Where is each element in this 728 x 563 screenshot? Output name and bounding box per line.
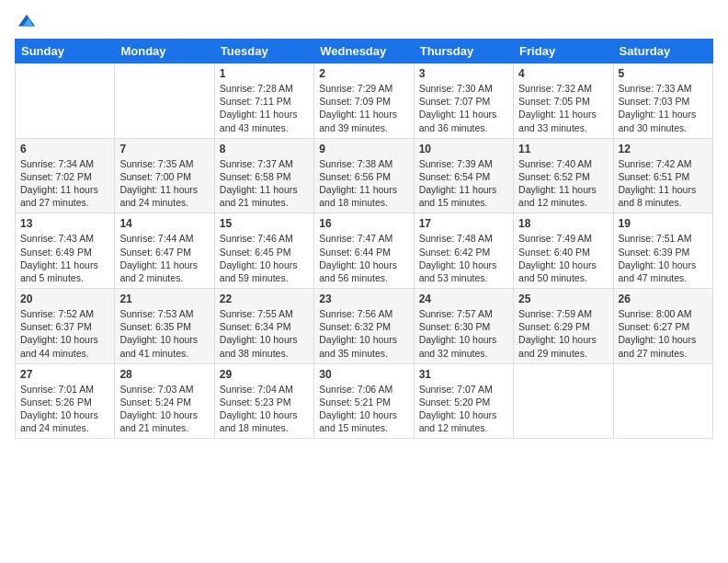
day-info: Sunrise: 7:46 AM Sunset: 6:45 PM Dayligh…	[220, 232, 309, 284]
calendar-cell	[613, 363, 712, 439]
calendar-cell: 4Sunrise: 7:32 AM Sunset: 7:05 PM Daylig…	[514, 63, 613, 139]
day-info: Sunrise: 7:32 AM Sunset: 7:05 PM Dayligh…	[518, 82, 608, 134]
day-info: Sunrise: 7:56 AM Sunset: 6:32 PM Dayligh…	[319, 307, 408, 360]
calendar-cell: 21Sunrise: 7:53 AM Sunset: 6:35 PM Dayli…	[115, 289, 214, 364]
calendar-cell: 26Sunrise: 8:00 AM Sunset: 6:27 PM Dayli…	[613, 289, 712, 364]
day-info: Sunrise: 7:01 AM Sunset: 5:26 PM Dayligh…	[20, 383, 109, 435]
calendar-week-row: 27Sunrise: 7:01 AM Sunset: 5:26 PM Dayli…	[16, 363, 713, 439]
day-number: 17	[419, 217, 508, 230]
day-info: Sunrise: 7:38 AM Sunset: 6:56 PM Dayligh…	[319, 157, 408, 210]
day-number: 23	[319, 293, 408, 305]
calendar-cell: 12Sunrise: 7:42 AM Sunset: 6:51 PM Dayli…	[613, 138, 712, 213]
logo	[15, 11, 37, 31]
day-info: Sunrise: 7:40 AM Sunset: 6:52 PM Dayligh…	[518, 157, 608, 210]
day-number: 14	[119, 217, 209, 230]
weekday-header: Sunday	[16, 40, 115, 63]
day-number: 27	[20, 368, 109, 381]
day-info: Sunrise: 7:35 AM Sunset: 7:00 PM Dayligh…	[119, 157, 209, 210]
day-info: Sunrise: 7:53 AM Sunset: 6:35 PM Dayligh…	[119, 307, 209, 360]
weekday-header: Tuesday	[214, 40, 313, 63]
calendar-cell: 24Sunrise: 7:57 AM Sunset: 6:30 PM Dayli…	[414, 289, 513, 364]
day-number: 2	[319, 67, 408, 80]
calendar-cell: 15Sunrise: 7:46 AM Sunset: 6:45 PM Dayli…	[214, 213, 313, 289]
calendar-header-row: SundayMondayTuesdayWednesdayThursdayFrid…	[16, 40, 713, 63]
day-info: Sunrise: 7:29 AM Sunset: 7:09 PM Dayligh…	[319, 82, 408, 134]
weekday-header: Thursday	[414, 40, 513, 63]
calendar-cell	[115, 63, 214, 139]
calendar-cell: 22Sunrise: 7:55 AM Sunset: 6:34 PM Dayli…	[214, 289, 313, 364]
day-number: 30	[319, 368, 408, 381]
day-number: 6	[20, 143, 109, 155]
calendar-week-row: 1Sunrise: 7:28 AM Sunset: 7:11 PM Daylig…	[16, 63, 713, 139]
day-info: Sunrise: 8:00 AM Sunset: 6:27 PM Dayligh…	[619, 307, 708, 360]
day-number: 11	[518, 143, 608, 155]
calendar-cell: 17Sunrise: 7:48 AM Sunset: 6:42 PM Dayli…	[414, 213, 513, 289]
day-info: Sunrise: 7:43 AM Sunset: 6:49 PM Dayligh…	[20, 232, 109, 284]
calendar-week-row: 13Sunrise: 7:43 AM Sunset: 6:49 PM Dayli…	[16, 213, 713, 289]
calendar-cell: 7Sunrise: 7:35 AM Sunset: 7:00 PM Daylig…	[115, 138, 214, 213]
calendar-cell: 29Sunrise: 7:04 AM Sunset: 5:23 PM Dayli…	[214, 363, 313, 439]
day-info: Sunrise: 7:30 AM Sunset: 7:07 PM Dayligh…	[419, 82, 508, 134]
day-info: Sunrise: 7:06 AM Sunset: 5:21 PM Dayligh…	[319, 383, 408, 435]
day-number: 16	[319, 217, 408, 230]
day-number: 19	[619, 217, 708, 230]
day-number: 21	[119, 293, 209, 305]
day-number: 3	[419, 67, 508, 80]
page: SundayMondayTuesdayWednesdayThursdayFrid…	[0, 0, 728, 446]
calendar-cell: 3Sunrise: 7:30 AM Sunset: 7:07 PM Daylig…	[414, 63, 513, 139]
day-info: Sunrise: 7:39 AM Sunset: 6:54 PM Dayligh…	[419, 157, 508, 210]
day-info: Sunrise: 7:03 AM Sunset: 5:24 PM Dayligh…	[119, 383, 209, 435]
day-number: 15	[220, 217, 309, 230]
day-info: Sunrise: 7:28 AM Sunset: 7:11 PM Dayligh…	[220, 82, 309, 134]
calendar-week-row: 20Sunrise: 7:52 AM Sunset: 6:37 PM Dayli…	[16, 289, 713, 364]
day-info: Sunrise: 7:57 AM Sunset: 6:30 PM Dayligh…	[419, 307, 508, 360]
calendar-cell: 10Sunrise: 7:39 AM Sunset: 6:54 PM Dayli…	[414, 138, 513, 213]
day-number: 20	[20, 293, 109, 305]
day-number: 10	[419, 143, 508, 155]
day-info: Sunrise: 7:48 AM Sunset: 6:42 PM Dayligh…	[419, 232, 508, 284]
calendar-cell	[16, 63, 115, 139]
calendar-cell: 8Sunrise: 7:37 AM Sunset: 6:58 PM Daylig…	[214, 138, 313, 213]
calendar-cell: 13Sunrise: 7:43 AM Sunset: 6:49 PM Dayli…	[16, 213, 115, 289]
day-number: 28	[119, 368, 209, 381]
calendar-cell: 30Sunrise: 7:06 AM Sunset: 5:21 PM Dayli…	[314, 363, 414, 439]
day-info: Sunrise: 7:44 AM Sunset: 6:47 PM Dayligh…	[119, 232, 209, 284]
day-number: 4	[518, 67, 608, 80]
day-number: 29	[220, 368, 309, 381]
day-number: 9	[319, 143, 408, 155]
header	[15, 11, 713, 31]
calendar-table: SundayMondayTuesdayWednesdayThursdayFrid…	[15, 39, 713, 439]
day-number: 24	[419, 293, 508, 305]
day-info: Sunrise: 7:51 AM Sunset: 6:39 PM Dayligh…	[619, 232, 708, 284]
logo-icon	[17, 11, 37, 31]
weekday-header: Saturday	[613, 40, 712, 63]
day-number: 7	[119, 143, 209, 155]
day-info: Sunrise: 7:55 AM Sunset: 6:34 PM Dayligh…	[220, 307, 309, 360]
calendar-cell: 27Sunrise: 7:01 AM Sunset: 5:26 PM Dayli…	[16, 363, 115, 439]
calendar-cell: 16Sunrise: 7:47 AM Sunset: 6:44 PM Dayli…	[314, 213, 414, 289]
day-number: 31	[419, 368, 508, 381]
calendar-cell: 20Sunrise: 7:52 AM Sunset: 6:37 PM Dayli…	[16, 289, 115, 364]
calendar-cell: 5Sunrise: 7:33 AM Sunset: 7:03 PM Daylig…	[613, 63, 712, 139]
calendar-cell: 1Sunrise: 7:28 AM Sunset: 7:11 PM Daylig…	[214, 63, 313, 139]
day-number: 18	[518, 217, 608, 230]
calendar-cell: 19Sunrise: 7:51 AM Sunset: 6:39 PM Dayli…	[613, 213, 712, 289]
calendar-cell: 2Sunrise: 7:29 AM Sunset: 7:09 PM Daylig…	[314, 63, 414, 139]
day-number: 12	[619, 143, 708, 155]
weekday-header: Friday	[514, 40, 613, 63]
day-info: Sunrise: 7:37 AM Sunset: 6:58 PM Dayligh…	[220, 157, 309, 210]
day-number: 1	[220, 67, 309, 80]
day-info: Sunrise: 7:34 AM Sunset: 7:02 PM Dayligh…	[20, 157, 109, 210]
day-number: 22	[220, 293, 309, 305]
calendar-cell	[514, 363, 613, 439]
calendar-cell: 25Sunrise: 7:59 AM Sunset: 6:29 PM Dayli…	[514, 289, 613, 364]
day-info: Sunrise: 7:33 AM Sunset: 7:03 PM Dayligh…	[619, 82, 708, 134]
calendar-cell: 28Sunrise: 7:03 AM Sunset: 5:24 PM Dayli…	[115, 363, 214, 439]
calendar-cell: 9Sunrise: 7:38 AM Sunset: 6:56 PM Daylig…	[314, 138, 414, 213]
weekday-header: Monday	[115, 40, 214, 63]
day-info: Sunrise: 7:07 AM Sunset: 5:20 PM Dayligh…	[419, 383, 508, 435]
calendar-cell: 18Sunrise: 7:49 AM Sunset: 6:40 PM Dayli…	[514, 213, 613, 289]
day-info: Sunrise: 7:49 AM Sunset: 6:40 PM Dayligh…	[518, 232, 608, 284]
calendar-cell: 11Sunrise: 7:40 AM Sunset: 6:52 PM Dayli…	[514, 138, 613, 213]
day-info: Sunrise: 7:47 AM Sunset: 6:44 PM Dayligh…	[319, 232, 408, 284]
